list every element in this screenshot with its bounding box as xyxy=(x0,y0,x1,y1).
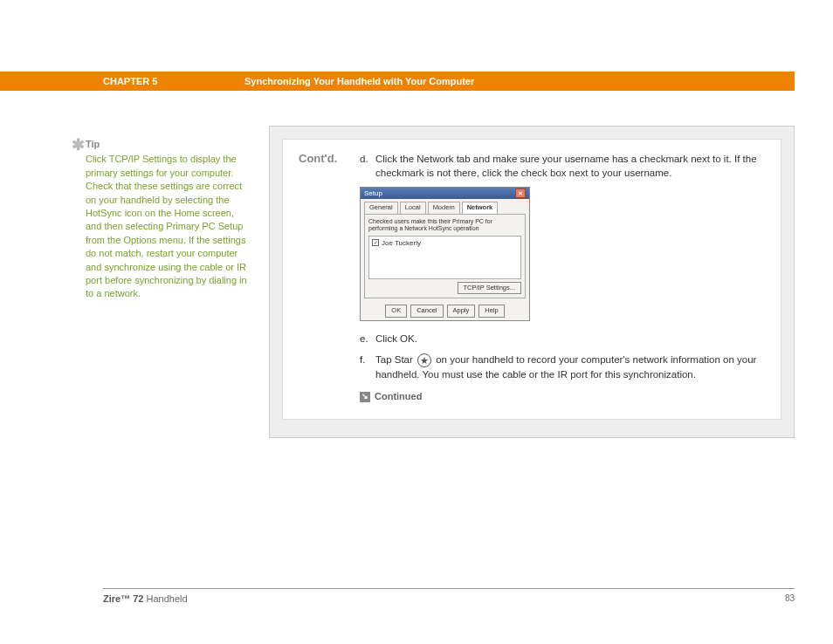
arrow-down-right-icon: ↘ xyxy=(360,392,370,402)
dialog-user-list: ✓ Joe Tuckerly xyxy=(368,236,521,279)
close-icon: × xyxy=(515,188,526,198)
dialog-body: Checked users make this their Primary PC… xyxy=(364,214,526,298)
checkbox-icon: ✓ xyxy=(372,239,379,246)
dialog-hint-text: Checked users make this their Primary PC… xyxy=(368,218,521,233)
tip-sidebar: ✱ Tip Click TCP/IP Settings to display t… xyxy=(86,138,251,301)
tab-modem: Modem xyxy=(428,202,460,214)
step-e-letter: e. xyxy=(360,332,375,346)
tab-local: Local xyxy=(400,202,426,214)
tcpip-settings-button: TCP/IP Settings... xyxy=(458,282,521,295)
footer-brand-rest: Handheld xyxy=(143,593,187,604)
step-f-letter: f. xyxy=(360,353,375,381)
step-f: f. Tap Star ★ on your handheld to record… xyxy=(360,353,765,381)
step-d-text: Click the Network tab and make sure your… xyxy=(375,152,765,180)
dialog-title: Setup xyxy=(364,188,382,198)
continued-label: Continued xyxy=(375,390,422,403)
setup-dialog-screenshot: Setup × General Local Modem Network Chec… xyxy=(360,187,530,320)
user-name: Joe Tuckerly xyxy=(382,238,421,248)
step-e: e. Click OK. xyxy=(360,332,765,346)
step-f-after: on your handheld to record your computer… xyxy=(375,354,756,380)
apply-button: Apply xyxy=(447,305,476,318)
footer-brand: Zire™ 72 Handheld xyxy=(103,593,188,604)
dialog-button-row: OK Cancel Apply Help xyxy=(361,302,529,320)
ok-button: OK xyxy=(385,305,407,318)
step-f-text: Tap Star ★ on your handheld to record yo… xyxy=(375,353,765,381)
asterisk-icon: ✱ xyxy=(72,134,85,156)
step-d-letter: d. xyxy=(360,152,375,180)
contd-label: Cont'd. xyxy=(299,152,360,403)
cancel-button: Cancel xyxy=(410,305,443,318)
tab-general: General xyxy=(364,202,398,214)
inner-content-box: Cont'd. d. Click the Network tab and mak… xyxy=(282,139,781,420)
dialog-tabs: General Local Modem Network xyxy=(361,199,529,214)
step-e-text: Click OK. xyxy=(375,332,765,346)
star-icon: ★ xyxy=(417,353,431,367)
main-content-box: Cont'd. d. Click the Network tab and mak… xyxy=(269,126,795,438)
chapter-header-bar: CHAPTER 5 Synchronizing Your Handheld wi… xyxy=(0,72,795,91)
steps-container: d. Click the Network tab and make sure y… xyxy=(360,152,765,403)
chapter-number: CHAPTER 5 xyxy=(103,76,157,86)
help-button: Help xyxy=(478,305,504,318)
tip-label: Tip xyxy=(86,138,251,151)
tab-network: Network xyxy=(462,202,499,214)
step-f-before: Tap Star xyxy=(375,354,416,365)
dialog-titlebar: Setup × xyxy=(361,188,529,199)
step-d: d. Click the Network tab and make sure y… xyxy=(360,152,765,180)
page-number: 83 xyxy=(785,593,795,603)
dialog-tcpip-row: TCP/IP Settings... xyxy=(368,282,521,295)
list-item: ✓ Joe Tuckerly xyxy=(372,238,518,248)
footer-divider xyxy=(103,588,795,589)
footer-brand-bold: Zire™ 72 xyxy=(103,593,143,604)
tip-body-text: Click TCP/IP Settings to display the pri… xyxy=(86,153,251,300)
continued-row: ↘ Continued xyxy=(360,390,765,403)
chapter-title: Synchronizing Your Handheld with Your Co… xyxy=(244,76,474,86)
